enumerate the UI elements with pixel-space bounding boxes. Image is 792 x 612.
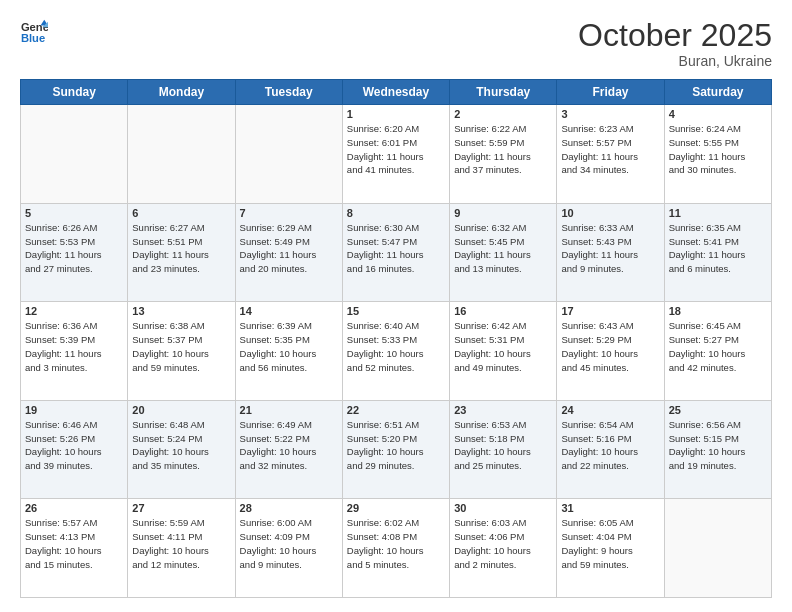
calendar-week-2: 5Sunrise: 6:26 AM Sunset: 5:53 PM Daylig… bbox=[21, 203, 772, 302]
day-info: Sunrise: 6:27 AM Sunset: 5:51 PM Dayligh… bbox=[132, 221, 230, 276]
day-number: 10 bbox=[561, 207, 659, 219]
day-info: Sunrise: 6:39 AM Sunset: 5:35 PM Dayligh… bbox=[240, 319, 338, 374]
day-info: Sunrise: 6:32 AM Sunset: 5:45 PM Dayligh… bbox=[454, 221, 552, 276]
header-saturday: Saturday bbox=[664, 80, 771, 105]
calendar-cell: 2Sunrise: 6:22 AM Sunset: 5:59 PM Daylig… bbox=[450, 105, 557, 204]
day-number: 26 bbox=[25, 502, 123, 514]
day-number: 20 bbox=[132, 404, 230, 416]
calendar-cell: 20Sunrise: 6:48 AM Sunset: 5:24 PM Dayli… bbox=[128, 400, 235, 499]
day-info: Sunrise: 6:54 AM Sunset: 5:16 PM Dayligh… bbox=[561, 418, 659, 473]
logo: General Blue bbox=[20, 18, 48, 46]
calendar-cell: 10Sunrise: 6:33 AM Sunset: 5:43 PM Dayli… bbox=[557, 203, 664, 302]
calendar-cell: 25Sunrise: 6:56 AM Sunset: 5:15 PM Dayli… bbox=[664, 400, 771, 499]
calendar-cell bbox=[128, 105, 235, 204]
calendar-week-5: 26Sunrise: 5:57 AM Sunset: 4:13 PM Dayli… bbox=[21, 499, 772, 598]
calendar-week-4: 19Sunrise: 6:46 AM Sunset: 5:26 PM Dayli… bbox=[21, 400, 772, 499]
day-info: Sunrise: 6:23 AM Sunset: 5:57 PM Dayligh… bbox=[561, 122, 659, 177]
header-tuesday: Tuesday bbox=[235, 80, 342, 105]
calendar-cell: 28Sunrise: 6:00 AM Sunset: 4:09 PM Dayli… bbox=[235, 499, 342, 598]
calendar-cell: 31Sunrise: 6:05 AM Sunset: 4:04 PM Dayli… bbox=[557, 499, 664, 598]
day-number: 27 bbox=[132, 502, 230, 514]
calendar-cell: 7Sunrise: 6:29 AM Sunset: 5:49 PM Daylig… bbox=[235, 203, 342, 302]
calendar-cell: 5Sunrise: 6:26 AM Sunset: 5:53 PM Daylig… bbox=[21, 203, 128, 302]
day-number: 14 bbox=[240, 305, 338, 317]
day-info: Sunrise: 6:36 AM Sunset: 5:39 PM Dayligh… bbox=[25, 319, 123, 374]
day-info: Sunrise: 6:00 AM Sunset: 4:09 PM Dayligh… bbox=[240, 516, 338, 571]
calendar-page: General Blue October 2025 Buran, Ukraine… bbox=[0, 0, 792, 612]
day-number: 12 bbox=[25, 305, 123, 317]
calendar-cell: 11Sunrise: 6:35 AM Sunset: 5:41 PM Dayli… bbox=[664, 203, 771, 302]
day-info: Sunrise: 6:40 AM Sunset: 5:33 PM Dayligh… bbox=[347, 319, 445, 374]
calendar-cell: 9Sunrise: 6:32 AM Sunset: 5:45 PM Daylig… bbox=[450, 203, 557, 302]
day-info: Sunrise: 6:42 AM Sunset: 5:31 PM Dayligh… bbox=[454, 319, 552, 374]
calendar-cell: 3Sunrise: 6:23 AM Sunset: 5:57 PM Daylig… bbox=[557, 105, 664, 204]
day-number: 9 bbox=[454, 207, 552, 219]
calendar-cell: 15Sunrise: 6:40 AM Sunset: 5:33 PM Dayli… bbox=[342, 302, 449, 401]
day-info: Sunrise: 6:33 AM Sunset: 5:43 PM Dayligh… bbox=[561, 221, 659, 276]
day-info: Sunrise: 6:03 AM Sunset: 4:06 PM Dayligh… bbox=[454, 516, 552, 571]
day-number: 23 bbox=[454, 404, 552, 416]
day-number: 17 bbox=[561, 305, 659, 317]
day-number: 11 bbox=[669, 207, 767, 219]
calendar-cell: 29Sunrise: 6:02 AM Sunset: 4:08 PM Dayli… bbox=[342, 499, 449, 598]
calendar-cell: 21Sunrise: 6:49 AM Sunset: 5:22 PM Dayli… bbox=[235, 400, 342, 499]
day-number: 4 bbox=[669, 108, 767, 120]
calendar-cell bbox=[235, 105, 342, 204]
day-info: Sunrise: 6:30 AM Sunset: 5:47 PM Dayligh… bbox=[347, 221, 445, 276]
day-number: 15 bbox=[347, 305, 445, 317]
day-info: Sunrise: 6:49 AM Sunset: 5:22 PM Dayligh… bbox=[240, 418, 338, 473]
day-number: 21 bbox=[240, 404, 338, 416]
location: Buran, Ukraine bbox=[578, 53, 772, 69]
day-info: Sunrise: 6:05 AM Sunset: 4:04 PM Dayligh… bbox=[561, 516, 659, 571]
calendar-cell: 23Sunrise: 6:53 AM Sunset: 5:18 PM Dayli… bbox=[450, 400, 557, 499]
calendar-cell: 30Sunrise: 6:03 AM Sunset: 4:06 PM Dayli… bbox=[450, 499, 557, 598]
day-number: 31 bbox=[561, 502, 659, 514]
calendar-cell: 14Sunrise: 6:39 AM Sunset: 5:35 PM Dayli… bbox=[235, 302, 342, 401]
day-info: Sunrise: 6:02 AM Sunset: 4:08 PM Dayligh… bbox=[347, 516, 445, 571]
calendar-cell: 1Sunrise: 6:20 AM Sunset: 6:01 PM Daylig… bbox=[342, 105, 449, 204]
calendar-cell: 19Sunrise: 6:46 AM Sunset: 5:26 PM Dayli… bbox=[21, 400, 128, 499]
calendar-cell bbox=[664, 499, 771, 598]
calendar-cell: 16Sunrise: 6:42 AM Sunset: 5:31 PM Dayli… bbox=[450, 302, 557, 401]
day-info: Sunrise: 5:57 AM Sunset: 4:13 PM Dayligh… bbox=[25, 516, 123, 571]
day-info: Sunrise: 6:26 AM Sunset: 5:53 PM Dayligh… bbox=[25, 221, 123, 276]
day-info: Sunrise: 6:24 AM Sunset: 5:55 PM Dayligh… bbox=[669, 122, 767, 177]
calendar-week-3: 12Sunrise: 6:36 AM Sunset: 5:39 PM Dayli… bbox=[21, 302, 772, 401]
calendar-cell: 22Sunrise: 6:51 AM Sunset: 5:20 PM Dayli… bbox=[342, 400, 449, 499]
calendar-table: Sunday Monday Tuesday Wednesday Thursday… bbox=[20, 79, 772, 598]
calendar-cell: 8Sunrise: 6:30 AM Sunset: 5:47 PM Daylig… bbox=[342, 203, 449, 302]
calendar-cell: 17Sunrise: 6:43 AM Sunset: 5:29 PM Dayli… bbox=[557, 302, 664, 401]
title-block: October 2025 Buran, Ukraine bbox=[578, 18, 772, 69]
day-number: 6 bbox=[132, 207, 230, 219]
day-info: Sunrise: 6:45 AM Sunset: 5:27 PM Dayligh… bbox=[669, 319, 767, 374]
day-info: Sunrise: 6:35 AM Sunset: 5:41 PM Dayligh… bbox=[669, 221, 767, 276]
day-number: 25 bbox=[669, 404, 767, 416]
header-monday: Monday bbox=[128, 80, 235, 105]
calendar-cell: 18Sunrise: 6:45 AM Sunset: 5:27 PM Dayli… bbox=[664, 302, 771, 401]
day-info: Sunrise: 6:53 AM Sunset: 5:18 PM Dayligh… bbox=[454, 418, 552, 473]
day-number: 3 bbox=[561, 108, 659, 120]
day-number: 16 bbox=[454, 305, 552, 317]
day-number: 1 bbox=[347, 108, 445, 120]
month-title: October 2025 bbox=[578, 18, 772, 53]
calendar-cell: 4Sunrise: 6:24 AM Sunset: 5:55 PM Daylig… bbox=[664, 105, 771, 204]
header-sunday: Sunday bbox=[21, 80, 128, 105]
day-info: Sunrise: 6:51 AM Sunset: 5:20 PM Dayligh… bbox=[347, 418, 445, 473]
header: General Blue October 2025 Buran, Ukraine bbox=[20, 18, 772, 69]
day-number: 8 bbox=[347, 207, 445, 219]
calendar-cell: 26Sunrise: 5:57 AM Sunset: 4:13 PM Dayli… bbox=[21, 499, 128, 598]
day-number: 7 bbox=[240, 207, 338, 219]
day-number: 5 bbox=[25, 207, 123, 219]
day-info: Sunrise: 6:56 AM Sunset: 5:15 PM Dayligh… bbox=[669, 418, 767, 473]
header-friday: Friday bbox=[557, 80, 664, 105]
calendar-week-1: 1Sunrise: 6:20 AM Sunset: 6:01 PM Daylig… bbox=[21, 105, 772, 204]
day-info: Sunrise: 6:29 AM Sunset: 5:49 PM Dayligh… bbox=[240, 221, 338, 276]
calendar-cell: 24Sunrise: 6:54 AM Sunset: 5:16 PM Dayli… bbox=[557, 400, 664, 499]
svg-text:Blue: Blue bbox=[21, 32, 45, 44]
day-info: Sunrise: 5:59 AM Sunset: 4:11 PM Dayligh… bbox=[132, 516, 230, 571]
day-info: Sunrise: 6:38 AM Sunset: 5:37 PM Dayligh… bbox=[132, 319, 230, 374]
days-header-row: Sunday Monday Tuesday Wednesday Thursday… bbox=[21, 80, 772, 105]
day-number: 18 bbox=[669, 305, 767, 317]
day-number: 19 bbox=[25, 404, 123, 416]
calendar-cell: 13Sunrise: 6:38 AM Sunset: 5:37 PM Dayli… bbox=[128, 302, 235, 401]
